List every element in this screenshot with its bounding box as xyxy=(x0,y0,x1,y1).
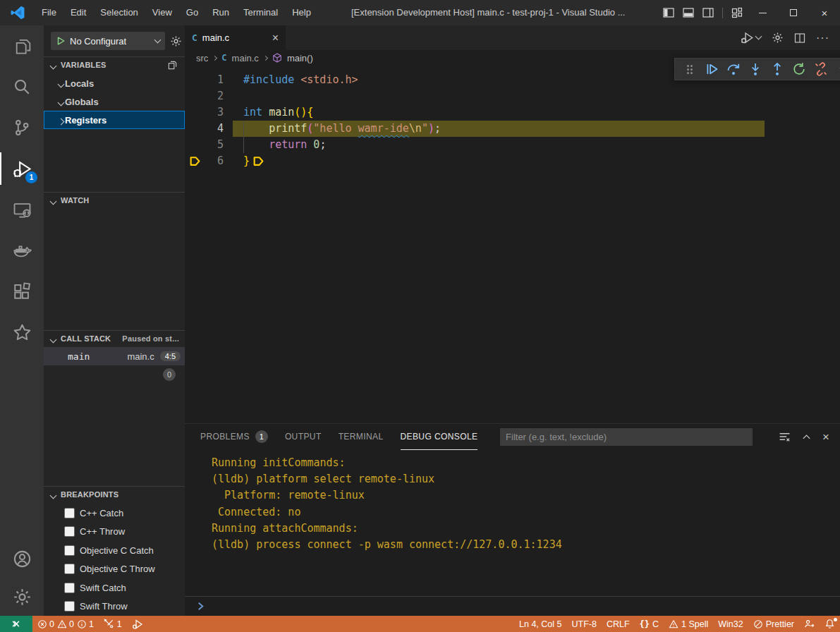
customize-layout-icon[interactable] xyxy=(727,0,747,25)
encoding-indicator[interactable]: UTF-8 xyxy=(566,616,601,632)
formatter-status[interactable]: Prettier xyxy=(748,616,799,632)
clear-console-icon[interactable] xyxy=(779,431,791,443)
eol-indicator[interactable]: CRLF xyxy=(602,616,635,632)
console-filter-input[interactable] xyxy=(500,428,753,446)
copy-icon[interactable] xyxy=(167,60,178,71)
more-actions-icon[interactable]: ··· xyxy=(816,35,829,42)
open-launch-json-gear-icon[interactable] xyxy=(170,35,182,47)
breakpoint-checkbox[interactable] xyxy=(64,545,75,556)
breakpoints-section-header[interactable]: BREAKPOINTS xyxy=(44,486,185,502)
sidebar-item-remote-explorer[interactable] xyxy=(0,189,44,230)
remote-indicator[interactable] xyxy=(0,616,32,632)
close-panel-icon[interactable]: × xyxy=(822,433,829,442)
breadcrumb-folder[interactable]: src xyxy=(196,53,208,63)
settings-button[interactable] xyxy=(0,578,44,616)
step-out-button[interactable] xyxy=(769,61,786,78)
sidebar-item-explorer[interactable] xyxy=(0,25,44,66)
breadcrumb-symbol[interactable]: main() xyxy=(287,53,313,63)
debug-status[interactable] xyxy=(127,616,148,632)
minimize-button[interactable] xyxy=(747,0,778,25)
more-debug-actions-button[interactable] xyxy=(834,61,840,78)
language-mode[interactable]: {} C xyxy=(635,616,664,632)
breakpoint-row[interactable]: Swift Throw xyxy=(44,597,185,616)
launch-config-row: No Configurat xyxy=(51,32,182,50)
menu-item[interactable]: File xyxy=(35,0,63,25)
toggle-sidebar-icon[interactable] xyxy=(659,0,678,25)
step-over-button[interactable] xyxy=(725,61,742,78)
variables-scope-registers[interactable]: Registers xyxy=(44,111,185,129)
line-number[interactable]: 1 xyxy=(185,72,224,88)
chevron-down-icon xyxy=(755,33,762,40)
problems-status[interactable]: 0 0 1 xyxy=(32,616,99,632)
breakpoint-checkbox[interactable] xyxy=(64,508,75,518)
menu-item[interactable]: Edit xyxy=(63,0,93,25)
code-text[interactable]: int main(){ xyxy=(243,104,313,121)
menu-item[interactable]: Go xyxy=(179,0,205,25)
launch-config-dropdown[interactable]: No Configurat xyxy=(51,32,165,50)
breakpoint-checkbox[interactable] xyxy=(64,601,75,612)
menu-item[interactable]: Selection xyxy=(93,0,145,25)
panel-tab-output[interactable]: OUTPUT xyxy=(285,424,322,450)
panel-tab-problems[interactable]: PROBLEMS1 xyxy=(200,424,268,450)
line-number[interactable]: 3 xyxy=(185,104,224,121)
restart-button[interactable] xyxy=(791,61,808,78)
breakpoint-row[interactable]: Objective C Throw xyxy=(44,560,185,579)
breakpoint-row[interactable]: C++ Catch xyxy=(44,504,185,523)
breakpoint-checkbox[interactable] xyxy=(64,526,75,537)
toggle-panel-icon[interactable] xyxy=(678,0,698,25)
breadcrumb-file[interactable]: main.c xyxy=(232,53,259,63)
accounts-button[interactable] xyxy=(0,540,44,578)
breakpoint-row[interactable]: Swift Catch xyxy=(44,578,185,597)
sidebar-item-wamr-ide[interactable] xyxy=(0,312,44,353)
breakpoint-checkbox[interactable] xyxy=(64,564,75,574)
spell-checker-status[interactable]: 1 Spell xyxy=(664,616,713,632)
sidebar-item-source-control[interactable] xyxy=(0,107,44,148)
menu-item[interactable]: Terminal xyxy=(236,0,285,25)
menu-item[interactable]: Help xyxy=(285,0,318,25)
sidebar-item-extensions[interactable] xyxy=(0,271,44,312)
line-number[interactable]: 2 xyxy=(185,88,224,104)
sidebar-item-run-and-debug[interactable]: 1 xyxy=(0,148,44,189)
continue-button[interactable] xyxy=(703,61,720,78)
gear-icon[interactable] xyxy=(772,32,784,44)
call-stack-frame[interactable]: main main.c 4:5 xyxy=(44,347,185,365)
watch-section-header[interactable]: WATCH xyxy=(44,192,185,208)
toolbar-drag-handle[interactable] xyxy=(681,61,698,78)
variables-section-header[interactable]: VARIABLES xyxy=(44,56,185,73)
menu-item[interactable]: View xyxy=(145,0,179,25)
editor-tab-main-c[interactable]: C main.c × xyxy=(185,25,286,50)
menu-item[interactable]: Run xyxy=(205,0,236,25)
code-text[interactable]: return 0; xyxy=(243,137,326,153)
breakpoint-row[interactable]: Objective C Catch xyxy=(44,541,185,560)
step-into-button[interactable] xyxy=(747,61,764,78)
sidebar-item-docker[interactable] xyxy=(0,230,44,271)
notifications-button[interactable] xyxy=(820,616,840,632)
feedback-button[interactable] xyxy=(799,616,820,632)
call-stack-thread-row[interactable]: 0 xyxy=(44,365,185,384)
breakpoint-checkbox[interactable] xyxy=(64,583,75,593)
close-button[interactable]: × xyxy=(809,0,840,25)
run-or-debug-button[interactable] xyxy=(741,31,761,44)
code-text[interactable]: } xyxy=(243,153,250,169)
split-editor-icon[interactable] xyxy=(794,32,805,44)
tools-status[interactable]: 1 xyxy=(99,616,127,632)
maximize-button[interactable] xyxy=(778,0,809,25)
close-tab-icon[interactable]: × xyxy=(272,32,279,44)
sidebar-item-search[interactable] xyxy=(0,66,44,107)
breakpoint-row[interactable]: C++ Throw xyxy=(44,523,185,542)
cursor-position[interactable]: Ln 4, Col 5 xyxy=(514,616,566,632)
maximize-panel-icon[interactable] xyxy=(801,432,812,442)
variables-scope-globals[interactable]: Globals xyxy=(44,92,185,111)
code-text[interactable]: #include <stdio.h> xyxy=(243,72,358,88)
code-lines[interactable]: 1#include <stdio.h>23int main(){ 4 print… xyxy=(185,66,840,169)
panel-tab-debug-console[interactable]: DEBUG CONSOLE xyxy=(401,424,478,450)
panel-tab-terminal[interactable]: TERMINAL xyxy=(339,424,384,450)
variables-scope-locals[interactable]: Locals xyxy=(44,74,185,92)
disconnect-button[interactable] xyxy=(812,61,829,78)
debug-console-input-row[interactable] xyxy=(185,596,840,616)
platform-indicator[interactable]: Win32 xyxy=(713,616,748,632)
code-text[interactable]: printf("hello wamr-ide\n"); xyxy=(243,121,441,137)
toggle-secondary-sidebar-icon[interactable] xyxy=(698,0,718,25)
separator xyxy=(722,8,723,18)
call-stack-section-header[interactable]: CALL STACK Paused on st... xyxy=(44,330,185,346)
